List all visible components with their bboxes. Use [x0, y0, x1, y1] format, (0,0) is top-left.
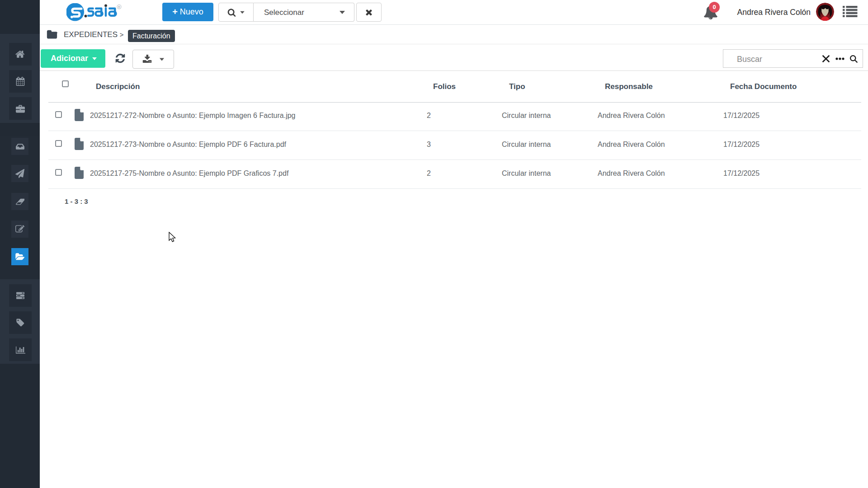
svg-text:R: R — [118, 5, 120, 9]
